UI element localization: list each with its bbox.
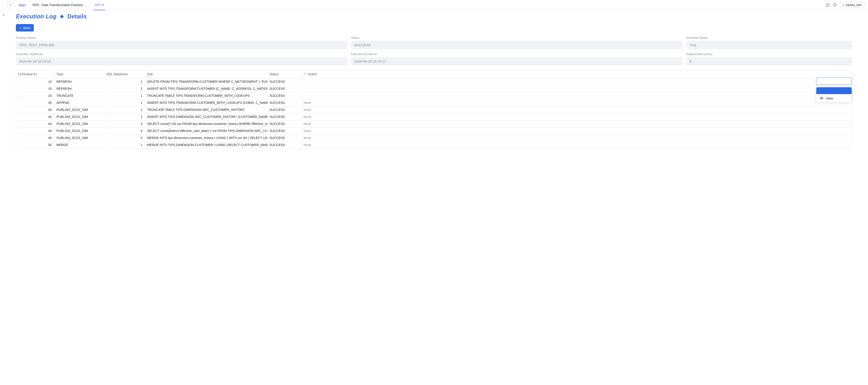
td-sql-seq: 1 bbox=[104, 106, 145, 113]
table-row[interactable]: 40PUBLISH_SCD2_DIM5MERGE INTO tips.dimen… bbox=[16, 135, 852, 142]
table-row[interactable]: 10REFRESH1DELETE FROM TIPS.TRANSFORM.CUS… bbox=[16, 78, 852, 85]
page-title: Execution Log Details bbox=[16, 13, 852, 20]
table-row[interactable]: 50MERGE1MERGE INTO TIPS.DIMENSION.CUSTOM… bbox=[16, 142, 852, 148]
back-button[interactable]: Back bbox=[16, 24, 34, 31]
td-sql: MERGE INTO tips.dimension.customer_histo… bbox=[145, 135, 268, 141]
td-sql: INSERT INTO TIPS.TRANSFORM.CUSTOMER_WITH… bbox=[145, 99, 268, 106]
td-sql: MERGE INTO TIPS.DIMENSION.CUSTOMER t USI… bbox=[145, 142, 268, 148]
td-sql-seq: 4 bbox=[104, 127, 145, 134]
td-type: PUBLISH_SCD2_DIM bbox=[55, 135, 104, 141]
shield-icon[interactable] bbox=[833, 3, 837, 7]
triangle-left-icon bbox=[19, 27, 22, 29]
info-label: Execution Started at: bbox=[16, 52, 347, 56]
table-row[interactable]: 20TRUNCATE1TRUNCATE TABLE TIPS.TRANSFORM… bbox=[16, 92, 852, 99]
tab-tips-ui[interactable]: TiPS UI bbox=[93, 0, 105, 10]
td-sql: DELETE FROM TIPS.TRANSFORM.CUSTOMER WHER… bbox=[145, 78, 268, 85]
table-header: Command ID Type SQL Sequence SQL Status … bbox=[16, 70, 852, 78]
eye-icon bbox=[819, 96, 824, 100]
action-menu-blank-selected[interactable] bbox=[816, 87, 852, 94]
td-action[interactable]: None bbox=[302, 135, 338, 141]
action-menu-view[interactable]: View bbox=[816, 94, 852, 102]
td-type: PUBLISH_SCD2_DIM bbox=[55, 127, 104, 134]
td-type: TRUNCATE bbox=[55, 92, 104, 99]
warehouse-name: DEMO_WH bbox=[846, 3, 861, 7]
table-row[interactable]: 30APPEND1INSERT INTO TIPS.TRANSFORM.CUST… bbox=[16, 99, 852, 106]
table-row[interactable]: 10REFRESH2INSERT INTO TIPS.TRANSFORM.CUS… bbox=[16, 85, 852, 92]
td-type: REFRESH bbox=[55, 85, 104, 92]
expand-sidebar-button[interactable] bbox=[2, 13, 5, 18]
td-action[interactable]: None bbox=[302, 127, 338, 134]
td-status: SUCCESS bbox=[268, 92, 302, 99]
td-status: SUCCESS bbox=[268, 127, 302, 134]
th-action-label: Action bbox=[308, 72, 317, 76]
th-command-id[interactable]: Command ID bbox=[16, 70, 55, 78]
action-menu: View bbox=[816, 87, 852, 102]
chevron-left-icon bbox=[9, 4, 12, 6]
th-action[interactable]: Action bbox=[302, 70, 338, 78]
warehouse-selector[interactable]: DEMO_WH bbox=[840, 2, 864, 8]
td-sql: SELECT count(*) AS cnt FROM tips.dimensi… bbox=[145, 120, 268, 127]
info-started-at: Execution Started at: 2024-04-18 10:13:1… bbox=[16, 52, 347, 65]
td-type: APPEND bbox=[55, 99, 104, 106]
td-sql: TRUNCATE TABLE TIPS.DIMENSION.SRC_CUSTOM… bbox=[145, 106, 268, 113]
td-sql-seq: 2 bbox=[104, 85, 145, 92]
td-action[interactable]: None bbox=[302, 120, 338, 127]
action-search-input[interactable] bbox=[816, 78, 852, 85]
td-type: REFRESH bbox=[55, 78, 104, 85]
table-row[interactable]: 40PUBLISH_SCD2_DIM3SELECT count(*) AS cn… bbox=[16, 120, 852, 127]
td-command-id: 40 bbox=[16, 135, 55, 141]
td-sql: INSERT INTO TIPS.DIMENSION.SRC_CUSTOMER_… bbox=[145, 113, 268, 120]
td-action[interactable]: None bbox=[302, 106, 338, 113]
td-sql: TRUNCATE TABLE TIPS.TRANSFORM.CUSTOMER_W… bbox=[145, 92, 268, 99]
td-action[interactable]: None bbox=[302, 142, 338, 148]
td-command-id: 20 bbox=[16, 92, 55, 99]
td-action[interactable] bbox=[302, 87, 338, 90]
chevron-right-icon bbox=[2, 13, 5, 17]
info-value: TIPS_TEST_PIPELINE bbox=[16, 41, 347, 49]
td-status: SUCCESS bbox=[268, 135, 302, 141]
info-status: Status: SUCCESS bbox=[351, 36, 683, 49]
td-action[interactable] bbox=[302, 80, 338, 83]
td-action[interactable] bbox=[302, 94, 338, 97]
td-sql-seq: 3 bbox=[104, 120, 145, 127]
td-type: PUBLISH_SCD2_DIM bbox=[55, 106, 104, 113]
info-label: Execution Ended at: bbox=[351, 52, 683, 56]
td-status: SUCCESS bbox=[268, 106, 302, 113]
th-sql-sequence[interactable]: SQL Sequence bbox=[104, 70, 145, 78]
td-status: SUCCESS bbox=[268, 85, 302, 92]
table-row[interactable]: 40PUBLISH_SCD2_DIM1TRUNCATE TABLE TIPS.D… bbox=[16, 106, 852, 113]
td-status: SUCCESS bbox=[268, 113, 302, 120]
td-sql-seq: 5 bbox=[104, 135, 145, 141]
td-action[interactable]: None bbox=[302, 113, 338, 120]
action-dropdown: View bbox=[816, 78, 852, 102]
nav-back-button[interactable] bbox=[7, 2, 14, 8]
back-button-label: Back bbox=[23, 26, 31, 30]
td-status: SUCCESS bbox=[268, 99, 302, 106]
td-sql: INSERT INTO TIPS.TRANSFORM.CUSTOMER (C_N… bbox=[145, 85, 268, 92]
td-command-id: 50 bbox=[16, 142, 55, 148]
th-type[interactable]: Type bbox=[55, 70, 104, 78]
table-row[interactable]: 40PUBLISH_SCD2_DIM4SELECT count(distinct… bbox=[16, 127, 852, 135]
info-ended-at: Execution Ended at: 2024-04-18 10:13:17 bbox=[351, 52, 683, 65]
topbar: Apps TiPS : Data Transformation Framew..… bbox=[0, 0, 868, 10]
th-status[interactable]: Status bbox=[268, 70, 302, 78]
diamond-icon bbox=[60, 14, 64, 18]
td-action[interactable]: None bbox=[302, 99, 338, 106]
breadcrumb-apps[interactable]: Apps bbox=[19, 3, 26, 7]
info-label: Status: bbox=[351, 36, 683, 39]
svg-point-6 bbox=[821, 98, 822, 99]
main-content: Execution Log Details Back Process Name:… bbox=[0, 10, 868, 157]
table-row[interactable]: 40PUBLISH_SCD2_DIM2INSERT INTO TIPS.DIME… bbox=[16, 113, 852, 120]
td-type: PUBLISH_SCD2_DIM bbox=[55, 120, 104, 127]
info-icon[interactable] bbox=[826, 3, 830, 7]
breadcrumb-app-name[interactable]: TiPS : Data Transformation Framew... bbox=[32, 3, 85, 7]
execution-log-table: Command ID Type SQL Sequence SQL Status … bbox=[16, 70, 852, 149]
info-label: Execution Mode: bbox=[686, 36, 852, 39]
td-sql-seq: 1 bbox=[104, 99, 145, 106]
td-type: PUBLISH_SCD2_DIM bbox=[55, 113, 104, 120]
th-sql[interactable]: SQL bbox=[145, 70, 268, 78]
info-value: 2024-04-18 10:13:17 bbox=[351, 57, 683, 65]
info-grid: Process Name: TIPS_TEST_PIPELINE Status:… bbox=[16, 36, 852, 65]
td-command-id: 40 bbox=[16, 106, 55, 113]
info-value: SUCCESS bbox=[351, 41, 683, 49]
